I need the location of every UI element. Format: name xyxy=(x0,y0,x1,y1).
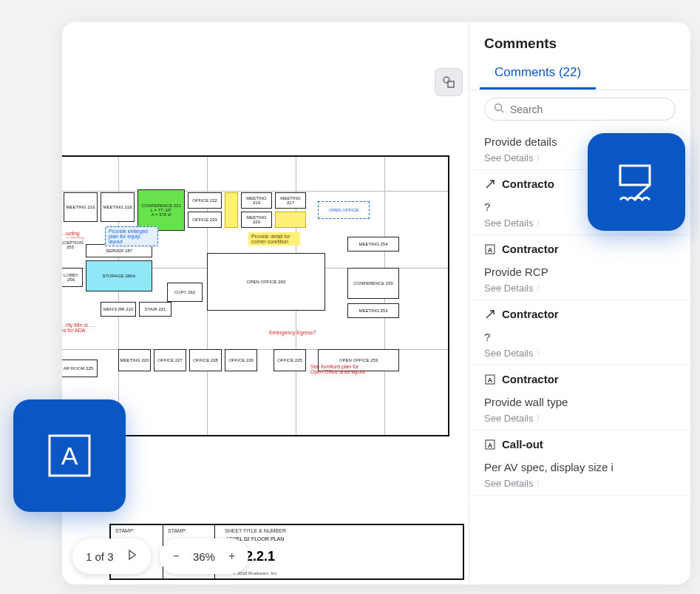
see-details-label: See Details xyxy=(484,348,533,359)
comment-item[interactable]: Per AV spec, display size i See Details … xyxy=(469,453,690,496)
comment-author-label: Contractor xyxy=(502,308,559,320)
svg-text:A: A xyxy=(488,442,493,449)
room-area: A = 378 sf xyxy=(152,212,171,217)
room-conference-255: CONFERENCE 255 xyxy=(347,268,399,299)
room-meeting-229: MEETING 229 xyxy=(241,212,272,228)
zoom-pill: − 36% + xyxy=(160,539,249,574)
annotation-enlarged-plan[interactable]: Provide enlarged plan for equip. layout xyxy=(105,226,158,246)
page-nav-pill: 1 of 3 xyxy=(72,539,151,574)
room-meeting-220: MEETING 220 xyxy=(118,349,151,371)
arrow-icon xyxy=(484,308,496,320)
svg-point-2 xyxy=(495,104,502,111)
room-yellow-1 xyxy=(225,192,238,228)
comments-title: Comments xyxy=(469,36,690,59)
text-a-icon: A xyxy=(484,439,496,450)
svg-text:A: A xyxy=(488,377,493,384)
app-frame: Head and sill details? What are power re… xyxy=(62,22,690,584)
stamp-label-1: STAMP: xyxy=(115,528,158,533)
comment-author-label: Call-out xyxy=(502,438,543,450)
room-office-226: OFFICE 226 xyxy=(225,349,257,371)
room-office-223: OFFICE 223 xyxy=(188,212,222,228)
comment-author-header: Contractor xyxy=(469,300,690,323)
search-icon xyxy=(494,103,504,115)
comment-text: Provide RCP xyxy=(484,266,676,278)
chevron-right-icon: 〉 xyxy=(536,478,544,489)
room-lobby-256: LOBBY 256 xyxy=(62,268,83,287)
room-ar-room-225: AR ROOM 225 xyxy=(62,360,98,377)
see-details-label: See Details xyxy=(484,152,533,163)
room-meeting-254: MEETING 254 xyxy=(347,237,399,252)
zoom-percent: 36% xyxy=(193,550,215,563)
comment-author-label: Contracto xyxy=(502,178,554,190)
svg-text:A: A xyxy=(61,442,78,470)
comment-author-header: A Call-out xyxy=(469,431,690,453)
annotation-egress[interactable]: Emergency Egress? xyxy=(266,328,319,337)
search-input[interactable] xyxy=(510,104,666,115)
comments-search[interactable] xyxy=(484,98,676,121)
comment-author-header: A Contractor xyxy=(469,235,690,258)
page-toolbar: 1 of 3 − 36% + xyxy=(72,539,248,574)
annotation-furniture[interactable]: See furniture plan for Open Office area … xyxy=(307,362,374,376)
annotation-ada[interactable]: …rify Min cl. …es for ADA xyxy=(62,321,99,334)
room-conference-221: CONFERENCE 221 L = 77'-10" A = 378 sf xyxy=(137,189,185,231)
sheet-title-heading: SHEET TITLE & NUMBER xyxy=(225,528,286,533)
room-office-225: OFFICE 225 xyxy=(273,349,306,371)
comment-item[interactable]: Provide wall type See Details 〉 xyxy=(469,388,690,431)
chevron-right-icon: 〉 xyxy=(536,348,544,359)
room-copy-262: COPY 262 xyxy=(167,283,203,302)
room-office-222: OFFICE 222 xyxy=(188,192,222,209)
comment-author-header: A Contractor xyxy=(469,365,690,388)
comments-panel: Comments Comments (22) Provide details S… xyxy=(469,22,690,584)
room-stair-221: STAIR 221 xyxy=(139,302,171,317)
svg-text:A: A xyxy=(488,246,493,254)
see-details-link[interactable]: See Details 〉 xyxy=(484,348,676,359)
room-open-office-263: OPEN OFFICE 263 xyxy=(207,253,325,311)
svg-line-7 xyxy=(486,311,494,318)
see-details-link[interactable]: See Details 〉 xyxy=(484,283,676,294)
markup-tool-badge[interactable]: A xyxy=(13,399,126,512)
annotation-corner-detail[interactable]: Provide detail for corner condition xyxy=(248,232,300,246)
comment-text: Per AV spec, display size i xyxy=(484,461,676,473)
see-details-label: See Details xyxy=(484,283,533,294)
svg-rect-14 xyxy=(620,166,650,185)
room-meeting-219: MEETING 219 xyxy=(241,192,272,209)
arrow-icon xyxy=(484,178,496,190)
see-details-link[interactable]: See Details 〉 xyxy=(484,413,676,424)
svg-line-4 xyxy=(486,180,494,188)
comment-author-label: Contractor xyxy=(502,373,559,385)
svg-point-0 xyxy=(444,77,449,83)
comment-text: ? xyxy=(484,331,676,343)
bluebeam-badge[interactable] xyxy=(588,133,685,231)
room-meeting-216: MEETING 216 xyxy=(64,192,98,222)
see-details-label: See Details xyxy=(484,478,533,489)
room-reception-255: RECEPTION 255 xyxy=(62,238,83,252)
comment-item[interactable]: ? See Details 〉 xyxy=(469,323,690,365)
stamp-label-2: STAMP: xyxy=(168,528,210,533)
room-mens-rr: MEN'S RR 210 xyxy=(101,302,136,317)
room-meeting-218: MEETING 218 xyxy=(101,192,135,222)
shapes-tool-button[interactable] xyxy=(435,68,463,96)
text-a-icon: A xyxy=(484,374,496,385)
room-meeting-217: MEETING 217 xyxy=(275,192,306,209)
chevron-right-icon: 〉 xyxy=(536,413,544,424)
text-a-icon: A xyxy=(484,243,496,255)
page-indicator: 1 of 3 xyxy=(86,550,114,563)
comments-tab[interactable]: Comments (22) xyxy=(480,59,596,90)
floor-plan[interactable]: MEETING 216 MEETING 218 CONFERENCE 221 L… xyxy=(62,155,449,436)
see-details-label: See Details xyxy=(484,217,533,229)
chevron-right-icon: 〉 xyxy=(536,152,544,163)
chevron-right-icon: 〉 xyxy=(536,283,544,294)
comment-author-label: Contractor xyxy=(502,243,559,255)
see-details-label: See Details xyxy=(484,413,533,424)
room-yellow-2 xyxy=(275,212,306,228)
room-meeting-252: MEETING 252 xyxy=(347,303,399,318)
see-details-link[interactable]: See Details 〉 xyxy=(484,478,676,489)
room-open-office: OPEN OFFICE xyxy=(318,201,370,219)
comment-text: Provide wall type xyxy=(484,396,676,408)
zoom-out-icon[interactable]: − xyxy=(173,550,180,563)
next-page-icon[interactable] xyxy=(127,550,137,563)
comment-item[interactable]: Provide RCP See Details 〉 xyxy=(469,258,690,300)
zoom-in-icon[interactable]: + xyxy=(228,550,235,563)
room-office-227: OFFICE 227 xyxy=(154,349,186,371)
tab-divider xyxy=(469,90,690,90)
